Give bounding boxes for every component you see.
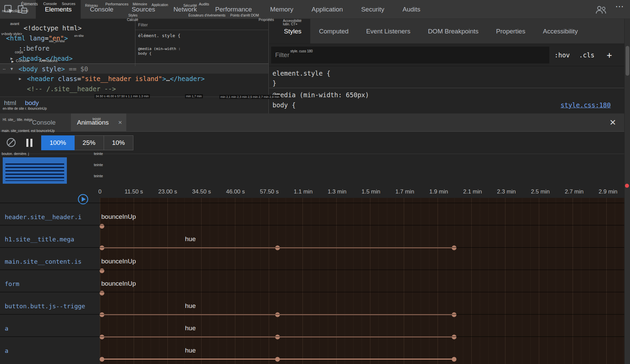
- code-segment: <!doctype html>: [24, 24, 82, 32]
- animation-name: bounceInUp: [101, 258, 136, 265]
- sidebar-tab-event-listeners[interactable]: Event Listeners: [357, 19, 419, 44]
- scrollbar[interactable]: [624, 19, 630, 364]
- keyframe-dot[interactable]: [275, 357, 280, 362]
- speed-button-100[interactable]: 100%: [41, 135, 75, 150]
- animation-node-label[interactable]: button.butt.js--trigge: [5, 303, 98, 310]
- tab-performance[interactable]: Performance: [206, 0, 261, 19]
- code-segment: lang: [29, 34, 45, 42]
- sidebar-tab-computed[interactable]: Computed: [310, 19, 358, 44]
- animation-node-label[interactable]: a: [5, 347, 98, 354]
- people-icon[interactable]: [595, 5, 607, 16]
- code-segment: <head>: [19, 55, 42, 62]
- ruler-tick: 2.3 min: [497, 188, 516, 195]
- tab-network[interactable]: Network: [164, 0, 206, 19]
- stylesheet-link[interactable]: style.css:180: [560, 101, 611, 109]
- sidebar-spacer: [269, 19, 275, 44]
- breadcrumb-item-html[interactable]: html: [4, 97, 16, 109]
- sidebar-tab-properties[interactable]: Properties: [487, 19, 534, 44]
- dom-tree: <!doctype html><html lang="en">::before▶…: [0, 23, 268, 94]
- keyframe-dot[interactable]: [452, 357, 456, 362]
- styles-sidebar: StylesComputedEvent ListenersDOM Breakpo…: [269, 19, 624, 113]
- speed-button-25[interactable]: 25%: [75, 135, 104, 150]
- code-segment: …: [42, 55, 46, 62]
- dom-tree-row[interactable]: <html lang="en">: [0, 33, 268, 43]
- inspect-icon[interactable]: [4, 5, 14, 16]
- animation-name: hue: [185, 324, 196, 332]
- animation-node-label[interactable]: main.site__content.is: [5, 258, 98, 265]
- ruler-tick: 1.7 min: [395, 188, 414, 195]
- dom-tree-row[interactable]: ▶<head>…</head>: [0, 53, 268, 63]
- ruler-tick: 57.50 s: [260, 188, 279, 195]
- device-toolbar-icon[interactable]: [18, 5, 28, 16]
- animation-name: bounceInUp: [101, 213, 136, 220]
- code-segment: <body: [19, 65, 42, 73]
- devtools-tab-strip: ElementsConsoleSourcesNetworkPerformance…: [36, 0, 429, 19]
- animation-preview-thumbnail[interactable]: [3, 157, 67, 184]
- body-rule: body {: [272, 101, 296, 109]
- ruler-tick: 11.50 s: [125, 188, 143, 195]
- code-segment: </header>: [170, 75, 205, 82]
- tab-console[interactable]: Console: [32, 113, 56, 132]
- styles-filter-row: Filter :hov .cls +: [269, 44, 624, 66]
- playback-rate-group: 100%25%10%: [41, 135, 133, 150]
- tab-audits[interactable]: Audits: [393, 0, 429, 19]
- element-classes-button[interactable]: .cls: [579, 44, 595, 66]
- ruler-tick: 1.5 min: [362, 188, 380, 195]
- devtools-toolbar: ElementsConsoleSourcesNetworkPerformance…: [0, 0, 630, 19]
- ruler-tick: 34.50 s: [192, 188, 211, 195]
- sidebar-tab-accessibility[interactable]: Accessibility: [534, 19, 586, 44]
- tab-console[interactable]: Console: [81, 0, 123, 19]
- dom-tree-row[interactable]: ::before: [0, 43, 268, 53]
- breadcrumb-item-body[interactable]: body: [25, 97, 39, 109]
- dom-tree-row[interactable]: <!-- /.site__header -->: [0, 84, 268, 94]
- scrollbar-thumb[interactable]: [626, 46, 629, 76]
- tab-sources[interactable]: Sources: [123, 0, 164, 19]
- code-segment: class: [58, 75, 77, 82]
- timeline-ruler: 011.50 s23.00 s34.50 s46.00 s57.50 s1.1 …: [0, 186, 624, 198]
- close-drawer-icon[interactable]: ✕: [609, 113, 616, 132]
- dom-tree-row[interactable]: ▶<header class="site__header island">…</…: [0, 74, 268, 84]
- disclosure-arrow-icon[interactable]: ▼: [10, 64, 13, 74]
- animation-node-label[interactable]: a: [5, 325, 98, 332]
- animations-toolbar: 100%25%10%: [0, 132, 624, 154]
- code-segment: ::before: [19, 45, 50, 52]
- sidebar-tab-styles[interactable]: Styles: [275, 19, 310, 44]
- code-segment: <html: [6, 34, 29, 42]
- animation-row: formbounceInUp: [0, 269, 624, 292]
- tab-animations[interactable]: Animations ✕: [71, 113, 126, 132]
- ruler-tick: 1.1 min: [294, 188, 313, 195]
- pause-all-icon[interactable]: [26, 139, 32, 147]
- styles-filter-input[interactable]: Filter: [271, 47, 549, 63]
- drawer-tab-strip: Console Animations ✕ ✕: [0, 113, 624, 132]
- toggle-element-state-button[interactable]: :hov: [554, 44, 570, 66]
- styles-rules: element.style { } @media (min-width: 650…: [269, 66, 624, 113]
- animation-name: hue: [185, 302, 196, 310]
- animation-node-label[interactable]: h1.site__title.mega: [5, 236, 98, 243]
- tab-memory[interactable]: Memory: [261, 0, 303, 19]
- code-segment: >: [162, 75, 166, 82]
- tab-animations-label: Animations: [77, 119, 109, 126]
- clear-all-icon[interactable]: [5, 137, 17, 150]
- disclosure-arrow-icon[interactable]: ▶: [19, 74, 21, 84]
- animation-row: button.butt.js--triggehue: [0, 292, 624, 314]
- sidebar-tab-dom-breakpoints[interactable]: DOM Breakpoints: [419, 19, 487, 44]
- anim-rows: header.site__header.ibounceInUph1.site__…: [0, 198, 624, 364]
- more-menu-button[interactable]: ⋯: [615, 1, 624, 12]
- new-style-rule-button[interactable]: +: [607, 44, 612, 66]
- code-segment: >: [64, 34, 68, 42]
- recording-dot: [625, 184, 629, 188]
- tab-application[interactable]: Application: [303, 0, 352, 19]
- animation-node-label[interactable]: header.site__header.i: [5, 213, 98, 220]
- tab-security[interactable]: Security: [352, 0, 394, 19]
- disclosure-arrow-icon[interactable]: ▶: [10, 53, 13, 63]
- element-style-open: element.style {: [272, 70, 331, 77]
- animation-node-label[interactable]: form: [5, 280, 98, 287]
- dom-tree-row[interactable]: <!doctype html>: [0, 23, 268, 33]
- tab-elements[interactable]: Elements: [36, 0, 81, 19]
- dom-tree-row[interactable]: ▼<body style> == $0: [0, 63, 268, 74]
- speed-button-10[interactable]: 10%: [104, 135, 133, 150]
- close-tab-icon[interactable]: ✕: [118, 113, 122, 132]
- media-query: @media (min-width: 650px): [272, 91, 369, 99]
- keyframe-dot[interactable]: [100, 357, 104, 362]
- code-segment: …: [166, 75, 170, 82]
